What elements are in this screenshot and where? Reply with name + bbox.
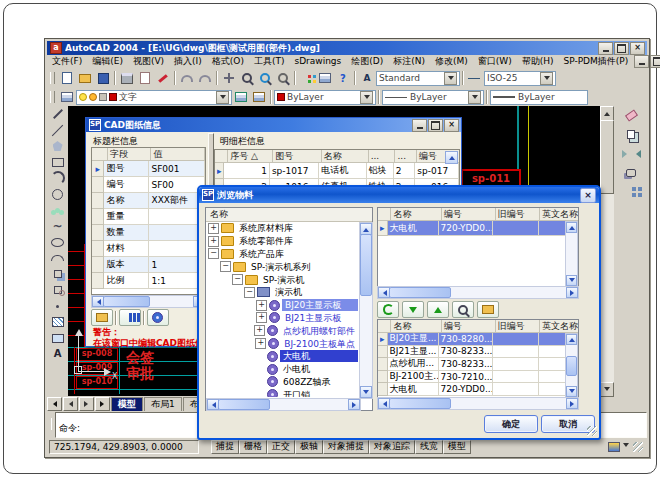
- title-bar[interactable]: a AutoCAD 2004 - [E:\UG\dwg\图框\测试用图(部件).…: [47, 41, 647, 55]
- bottom-table-vscrollbar[interactable]: [565, 333, 578, 398]
- linetype-combo[interactable]: ByLayer: [382, 90, 484, 105]
- column-header-qty[interactable]: ...: [395, 150, 416, 163]
- cell-code[interactable]: 720-YDD0...: [439, 221, 494, 236]
- lineweight-combo[interactable]: ByLayer: [490, 90, 588, 105]
- make-layer-current-button[interactable]: [232, 89, 250, 105]
- scroll-down-button[interactable]: [600, 382, 614, 397]
- table-row[interactable]: BJ-2100主... 730-7210...: [378, 371, 578, 384]
- cell-field[interactable]: 材料: [104, 241, 149, 257]
- text-button[interactable]: A: [49, 346, 67, 362]
- layer-combo[interactable]: 文字: [76, 90, 232, 105]
- menu-tools[interactable]: 工具(T): [249, 55, 290, 68]
- tab-next-button[interactable]: [79, 397, 94, 411]
- cell-code[interactable]: 730-8233...: [439, 358, 494, 371]
- scroll-right-button[interactable]: [566, 398, 578, 409]
- import-down-button[interactable]: [402, 301, 424, 318]
- tree-item-label[interactable]: 608ZZ轴承: [280, 376, 334, 388]
- apply-to-drawing-button[interactable]: [91, 309, 113, 326]
- cell-drawingno[interactable]: sp-1017: [270, 163, 319, 179]
- table-row[interactable]: 名称 XXX部件: [92, 193, 205, 209]
- cell-code[interactable]: 730-7210...: [439, 371, 494, 384]
- menu-format[interactable]: 格式(O): [207, 55, 249, 68]
- tree-item-label[interactable]: SP-演示机系列: [248, 261, 313, 273]
- tree-item-label[interactable]: 大电机: [280, 350, 358, 362]
- scroll-right-button[interactable]: [566, 287, 578, 298]
- undo-button[interactable]: [178, 70, 196, 86]
- text-style-dropdown[interactable]: [444, 72, 457, 85]
- dim-style-icon-button[interactable]: [466, 70, 484, 86]
- table-row[interactable]: 材料: [92, 241, 205, 257]
- cell-field[interactable]: 图号: [104, 161, 149, 177]
- zoom-realtime-button[interactable]: [238, 70, 256, 86]
- cell-field[interactable]: 重量: [104, 209, 149, 225]
- column-header-name[interactable]: 名称: [322, 150, 369, 163]
- tree-item-label[interactable]: BJ-2100主板单点: [281, 338, 358, 350]
- color-dropdown[interactable]: [360, 91, 373, 104]
- table-row[interactable]: 数量: [92, 225, 205, 241]
- table-row[interactable]: 重量: [92, 209, 205, 225]
- tree-vscrollbar[interactable]: [359, 222, 373, 399]
- tree-item-label[interactable]: 系统产品库: [236, 248, 287, 260]
- toggle-otrack[interactable]: 对象追踪: [369, 440, 415, 454]
- cell-material[interactable]: 铝块: [367, 163, 394, 179]
- export-up-button[interactable]: [427, 301, 449, 318]
- status-dropdown-arrow[interactable]: [623, 443, 629, 450]
- layer-on-icon[interactable]: [79, 93, 87, 101]
- expand-icon[interactable]: +: [208, 236, 219, 247]
- table-row[interactable]: ▸ BJ20主显... 730-8280...: [378, 333, 578, 346]
- search-button[interactable]: [452, 301, 474, 318]
- cad-info-title-bar[interactable]: SP CAD图纸信息 ×: [86, 118, 461, 132]
- cell-name[interactable]: 电话机: [319, 163, 366, 179]
- cell-qty[interactable]: 2: [394, 163, 416, 179]
- cell-seq[interactable]: 1: [224, 163, 270, 179]
- cell-name[interactable]: 点纱机用...: [388, 358, 439, 371]
- table-row[interactable]: 版本 1: [92, 257, 205, 273]
- scroll-thumb[interactable]: [360, 234, 372, 296]
- expand-icon[interactable]: +: [255, 338, 266, 349]
- cell-code[interactable]: 730-8280...: [439, 333, 494, 346]
- scroll-right-button[interactable]: [348, 399, 360, 410]
- tree-item-cotter-pin[interactable]: 开口销: [206, 388, 358, 397]
- cell-value[interactable]: SF001: [149, 161, 205, 177]
- tree-item-bj21[interactable]: +BJ21主显示板: [206, 312, 358, 325]
- detail-scroll-up-button[interactable]: [445, 151, 458, 164]
- layer-freeze-icon[interactable]: [89, 93, 97, 101]
- menu-edit[interactable]: 编辑(E): [87, 55, 128, 68]
- expand-icon[interactable]: +: [254, 325, 265, 336]
- table-row[interactable]: 编号 SF00: [92, 177, 205, 193]
- tree-item-label[interactable]: 小电机: [280, 363, 313, 375]
- cell-field[interactable]: 比例: [104, 273, 149, 289]
- cell-name[interactable]: 大电机: [388, 383, 439, 396]
- make-block-button[interactable]: [49, 282, 67, 298]
- tree-item-bj20[interactable]: +BJ20主显示板: [206, 299, 358, 312]
- tree-hscrollbar[interactable]: [206, 398, 361, 411]
- dim-style-dropdown[interactable]: [540, 72, 553, 85]
- column-header-field[interactable]: 字段: [108, 148, 151, 161]
- browse-close-button[interactable]: ×: [580, 188, 596, 203]
- menu-help[interactable]: 帮助(H): [517, 55, 559, 68]
- mdi-minimize-button[interactable]: [634, 55, 649, 68]
- tab-first-button[interactable]: [47, 397, 62, 411]
- titleblock-hscrollbar[interactable]: [91, 295, 206, 308]
- new-button[interactable]: [58, 70, 76, 86]
- scroll-thumb[interactable]: [103, 296, 150, 307]
- point-button[interactable]: [49, 298, 67, 314]
- communication-center-icon[interactable]: [608, 442, 620, 452]
- scroll-thumb[interactable]: [389, 398, 451, 409]
- toggle-lineweight[interactable]: 线宽: [415, 440, 443, 454]
- column-header-oldcode[interactable]: 旧编号: [496, 320, 541, 333]
- copy-button[interactable]: [619, 125, 643, 144]
- hatch-button[interactable]: [49, 314, 67, 330]
- circle-button[interactable]: [49, 186, 67, 202]
- refresh-button[interactable]: [377, 301, 399, 318]
- toggle-polar[interactable]: 极轴: [295, 440, 323, 454]
- dialog-close-button[interactable]: ×: [444, 119, 459, 132]
- help-button[interactable]: ?: [334, 70, 352, 86]
- table-row[interactable]: 比例 1:1: [92, 273, 205, 289]
- cell-name[interactable]: 大电机: [388, 221, 439, 236]
- redo-button[interactable]: [196, 70, 214, 86]
- erase-button[interactable]: [619, 106, 643, 125]
- tab-prev-button[interactable]: [63, 397, 78, 411]
- cell-name[interactable]: BJ-2100主...: [388, 371, 439, 384]
- menu-insert[interactable]: 插入(I): [169, 55, 207, 68]
